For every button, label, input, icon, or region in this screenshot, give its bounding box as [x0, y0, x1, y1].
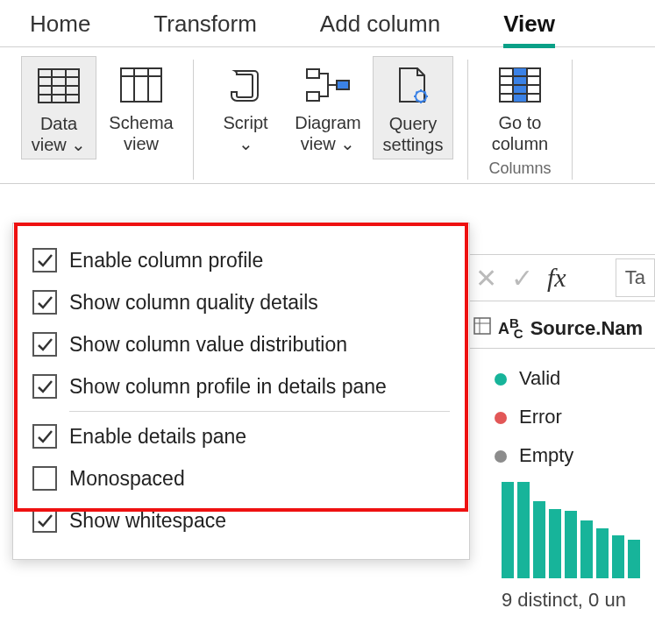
- table-icon: [473, 317, 491, 340]
- checkbox-icon[interactable]: [32, 508, 57, 533]
- cancel-formula-icon[interactable]: ✕: [475, 263, 497, 294]
- document-gear-icon: [389, 62, 437, 110]
- table-columns-icon: [117, 61, 165, 109]
- checkbox-icon[interactable]: [32, 290, 57, 315]
- column-name[interactable]: Source.Nam: [530, 317, 643, 340]
- go-to-column-button[interactable]: Go to column: [482, 56, 558, 158]
- svg-rect-12: [337, 81, 349, 89]
- quality-empty-label: Empty: [519, 444, 573, 466]
- svg-rect-6: [121, 68, 161, 102]
- quality-valid-label: Valid: [519, 367, 560, 389]
- dropdown-item-label: Enable column profile: [69, 249, 263, 272]
- svg-line-21: [424, 92, 426, 94]
- svg-line-20: [416, 100, 418, 102]
- script-button[interactable]: Script⌄: [208, 56, 283, 159]
- schema-view-label: Schema view: [105, 112, 177, 154]
- data-view-button[interactable]: Data view ⌄: [21, 56, 96, 159]
- value-distribution-chart: [502, 473, 651, 578]
- fx-icon[interactable]: fx: [547, 263, 566, 293]
- dropdown-item-label: Show column quality details: [69, 291, 318, 315]
- data-view-dropdown: Enable column profileShow column quality…: [12, 223, 470, 560]
- go-to-column-label: Go to column: [484, 112, 556, 154]
- dropdown-item-label: Enable details pane: [69, 425, 246, 449]
- diagram-icon: [304, 61, 352, 109]
- diagram-view-button[interactable]: Diagram view ⌄: [290, 56, 366, 159]
- dropdown-item-3[interactable]: Show column profile in details pane: [32, 365, 450, 407]
- svg-line-18: [416, 92, 418, 94]
- dropdown-item-5[interactable]: Monospaced: [32, 457, 450, 499]
- chevron-down-icon: ⌄: [239, 134, 253, 153]
- tab-add-column[interactable]: Add column: [320, 11, 440, 46]
- dropdown-item-2[interactable]: Show column value distribution: [32, 323, 450, 365]
- checkbox-icon[interactable]: [32, 424, 57, 449]
- formula-bar: ✕ ✓ fx Ta: [468, 254, 655, 301]
- chevron-down-icon: ⌄: [340, 134, 355, 153]
- query-settings-button[interactable]: Query settings: [373, 56, 453, 159]
- script-label: Script: [223, 113, 267, 132]
- query-settings-label: Query settings: [375, 113, 451, 155]
- dropdown-item-label: Show whitespace: [69, 509, 226, 533]
- dropdown-item-6[interactable]: Show whitespace: [32, 499, 450, 541]
- tab-home[interactable]: Home: [30, 11, 90, 46]
- distribution-summary: 9 distinct, 0 un: [502, 589, 626, 612]
- empty-dot-icon: [495, 450, 507, 463]
- checkbox-icon[interactable]: [32, 248, 57, 272]
- dropdown-item-label: Show column profile in details pane: [69, 375, 387, 399]
- script-scroll-icon: [222, 61, 269, 109]
- tab-transform[interactable]: Transform: [153, 11, 257, 46]
- column-header: ABC Source.Nam: [468, 308, 655, 349]
- svg-rect-10: [307, 69, 319, 78]
- dropdown-item-0[interactable]: Enable column profile: [32, 239, 450, 281]
- table-highlight-column-icon: [496, 61, 544, 109]
- column-quality-summary: Valid Error Empty: [495, 359, 573, 475]
- chevron-down-icon: ⌄: [71, 135, 86, 154]
- error-dot-icon: [495, 412, 507, 424]
- ribbon-tabs: Home Transform Add column View: [0, 0, 655, 46]
- quality-error-label: Error: [519, 406, 562, 428]
- dropdown-item-label: Monospaced: [69, 467, 185, 491]
- schema-view-button[interactable]: Schema view: [103, 56, 179, 159]
- svg-line-19: [424, 100, 426, 102]
- columns-group-caption: Columns: [488, 159, 551, 178]
- ribbon-view: Data view ⌄ Schema view Script⌄: [0, 47, 655, 184]
- tab-view[interactable]: View: [503, 11, 555, 46]
- valid-dot-icon: [495, 373, 507, 386]
- svg-rect-29: [474, 318, 490, 334]
- formula-partial-text: Ta: [616, 258, 655, 297]
- checkbox-icon[interactable]: [32, 374, 57, 399]
- dropdown-item-label: Show column value distribution: [69, 333, 347, 357]
- text-type-icon: ABC: [498, 315, 523, 341]
- checkbox-icon[interactable]: [32, 466, 57, 491]
- dropdown-item-1[interactable]: Show column quality details: [32, 281, 450, 323]
- svg-rect-11: [307, 92, 319, 101]
- dropdown-item-4[interactable]: Enable details pane: [32, 415, 450, 457]
- table-grid-icon: [35, 62, 82, 110]
- commit-formula-icon[interactable]: ✓: [511, 263, 533, 294]
- checkbox-icon[interactable]: [32, 332, 57, 357]
